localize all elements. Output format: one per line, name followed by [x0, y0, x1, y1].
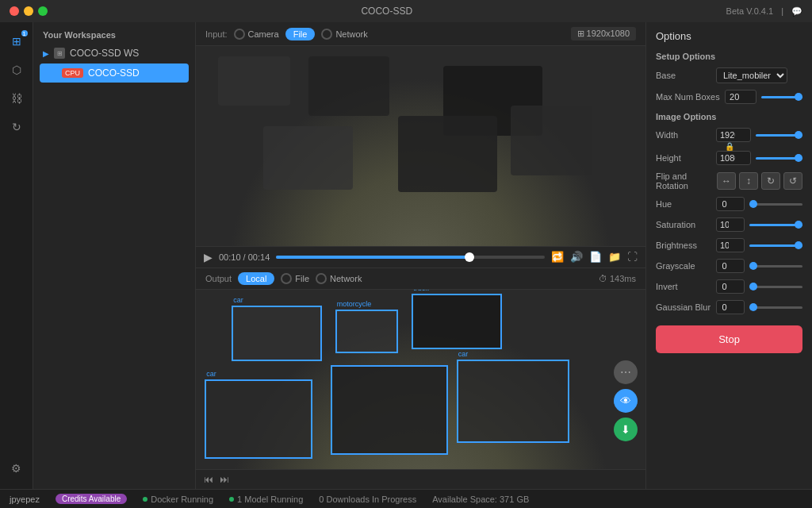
sidebar-item-settings[interactable]: ⚙	[4, 456, 29, 481]
close-button[interactable]	[10, 6, 19, 16]
layers-icon: ⊞	[12, 35, 21, 48]
detection-box-motorcycle: motorcycle	[335, 310, 398, 353]
gaussian-row: Gaussian Blur	[646, 297, 812, 318]
det-label-car1: car	[233, 296, 243, 304]
brightness-slider[interactable]	[749, 244, 802, 247]
gaussian-input[interactable]	[716, 300, 745, 314]
flip-v-button[interactable]: ↕	[739, 172, 758, 190]
input-file[interactable]: File	[285, 28, 316, 40]
folder-icon[interactable]: 📁	[608, 251, 621, 263]
output-network-radio[interactable]	[316, 273, 327, 284]
volume-icon[interactable]: 🔊	[570, 251, 583, 263]
base-select[interactable]: Lite_mobilenet_v2	[716, 67, 787, 83]
file-badge: File	[285, 28, 316, 40]
saturation-label: Saturation	[656, 220, 711, 229]
height-input[interactable]	[716, 151, 751, 165]
eye-button[interactable]: 👁	[614, 389, 638, 413]
invert-slider[interactable]	[749, 286, 802, 288]
workspace-name: COCO-SSD WS	[70, 48, 139, 59]
camera-radio[interactable]	[234, 29, 245, 40]
input-video-area	[196, 46, 645, 246]
rotate-cw-button[interactable]: ↻	[761, 172, 780, 190]
models-label: 1 Model Running	[237, 495, 303, 504]
maximize-button[interactable]	[38, 6, 48, 16]
input-camera[interactable]: Camera	[234, 29, 279, 40]
input-network[interactable]: Network	[321, 29, 367, 40]
username: jpyepez	[10, 495, 40, 504]
output-file[interactable]: File	[281, 273, 309, 284]
gaussian-label: Gaussian Blur	[656, 302, 711, 312]
document-icon[interactable]: 📄	[589, 251, 602, 263]
sidebar-item-link[interactable]: ⛓	[4, 86, 29, 111]
download-button[interactable]: ⬇	[614, 418, 638, 441]
expand-icon[interactable]: ⛶	[627, 251, 638, 263]
invert-input[interactable]	[716, 279, 745, 294]
models-status: 1 Model Running	[229, 495, 303, 504]
output-network[interactable]: Network	[316, 273, 362, 284]
prev-frame-button[interactable]: ⏮	[204, 474, 213, 485]
center-area: Input: Camera File Network ⊞ 1920x1080	[196, 22, 645, 489]
camera-label: Camera	[248, 29, 279, 39]
saturation-slider[interactable]	[749, 224, 802, 226]
grayscale-slider[interactable]	[749, 265, 802, 267]
det-label-car4: car	[458, 350, 469, 358]
brightness-row: Brightness	[646, 235, 812, 256]
hue-input[interactable]	[716, 197, 745, 211]
minimize-button[interactable]	[24, 6, 33, 16]
flip-h-button[interactable]: ↔	[717, 172, 736, 190]
chat-icon[interactable]: 💬	[791, 6, 802, 17]
play-button[interactable]: ▶	[204, 251, 213, 264]
output-local[interactable]: Local	[238, 272, 274, 285]
workspace-item[interactable]: ▶ ⊞ COCO-SSD WS	[33, 44, 195, 62]
width-slider[interactable]	[756, 134, 802, 137]
app-title: COCO-SSD	[361, 6, 412, 17]
credits-badge: Credits Available	[56, 494, 127, 504]
detection-box-car4: car	[457, 360, 569, 444]
width-input[interactable]	[716, 128, 751, 142]
det-label-motorcycle: motorcycle	[337, 300, 372, 308]
height-label: Height	[656, 153, 711, 163]
network-radio[interactable]	[321, 29, 332, 40]
grayscale-row: Grayscale	[646, 256, 812, 276]
progress-thumb[interactable]	[465, 252, 474, 262]
flip-buttons: ↔ ↕ ↻ ↺	[717, 172, 802, 190]
loop-icon[interactable]: 🔁	[551, 251, 564, 263]
det-label-car2: car	[206, 370, 216, 378]
model-name: COCO-SSD	[88, 67, 140, 79]
model-item[interactable]: CPU COCO-SSD	[40, 64, 189, 83]
rotate-ccw-button[interactable]: ↺	[783, 172, 802, 190]
invert-slider-container	[749, 286, 802, 288]
space-label: Available Space: 371 GB	[432, 495, 529, 504]
output-bar: Output Local File Network ⏱ 143ms	[196, 268, 645, 290]
hue-slider[interactable]	[749, 203, 802, 206]
progress-bar[interactable]	[276, 256, 545, 259]
gaussian-slider[interactable]	[749, 306, 802, 309]
input-label: Input:	[205, 29, 228, 39]
window-controls	[10, 6, 48, 16]
refresh-icon: ↻	[12, 121, 21, 133]
titlebar: COCO-SSD Beta V.0.4.1 | 💬	[0, 0, 812, 22]
more-options-button[interactable]: ⋯	[614, 360, 638, 384]
left-panel: Your Workspaces ▶ ⊞ COCO-SSD WS CPU COCO…	[33, 22, 196, 489]
grayscale-input[interactable]	[716, 259, 745, 273]
next-frame-button[interactable]: ⏭	[220, 474, 229, 485]
detection-box-car1: car	[232, 306, 321, 361]
stop-button[interactable]: Stop	[656, 325, 802, 353]
docker-dot	[143, 497, 147, 502]
det-label-truck: truck	[413, 290, 429, 292]
saturation-input[interactable]	[716, 217, 745, 232]
file-label: File	[295, 274, 309, 283]
height-slider[interactable]	[756, 157, 802, 160]
output-video-feed: car motorcycle truck car car	[196, 290, 645, 490]
maxboxes-input[interactable]	[725, 90, 756, 104]
hue-label: Hue	[656, 199, 711, 209]
grayscale-slider-container	[749, 265, 802, 267]
brightness-label: Brightness	[656, 241, 711, 250]
sidebar-item-layers[interactable]: ⊞ 1	[4, 29, 29, 54]
file-radio[interactable]	[281, 273, 292, 284]
sidebar-item-cube[interactable]: ⬡	[4, 57, 29, 83]
input-bar: Input: Camera File Network ⊞ 1920x1080	[196, 22, 645, 46]
brightness-input[interactable]	[716, 238, 745, 252]
sidebar-item-refresh[interactable]: ↻	[4, 114, 29, 140]
maxboxes-slider[interactable]	[761, 96, 802, 98]
